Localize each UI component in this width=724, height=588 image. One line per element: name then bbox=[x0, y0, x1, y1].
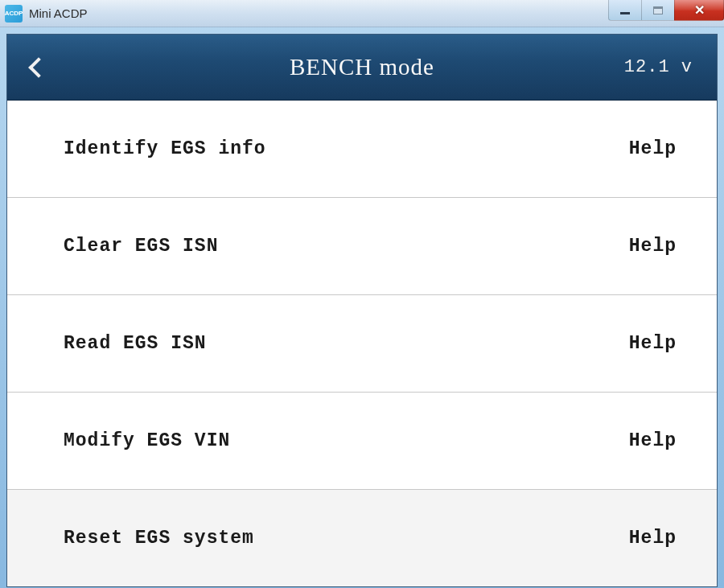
minimize-icon bbox=[620, 11, 630, 14]
close-icon: ✕ bbox=[694, 2, 705, 18]
close-button[interactable]: ✕ bbox=[674, 0, 724, 21]
menu-item-clear-egs-isn[interactable]: Clear EGS ISN Help bbox=[7, 198, 717, 295]
menu-item-reset-egs-system[interactable]: Reset EGS system Help bbox=[7, 490, 717, 587]
help-button[interactable]: Help bbox=[629, 528, 677, 549]
help-button[interactable]: Help bbox=[629, 333, 677, 354]
app-icon: ACDP bbox=[5, 5, 23, 23]
menu-item-label: Read EGS ISN bbox=[64, 333, 207, 354]
back-button[interactable] bbox=[31, 60, 56, 75]
chevron-left-icon bbox=[28, 57, 48, 77]
minimize-button[interactable] bbox=[608, 0, 642, 21]
page-title: BENCH mode bbox=[290, 54, 434, 80]
menu-item-label: Modify EGS VIN bbox=[64, 430, 230, 451]
menu-item-label: Reset EGS system bbox=[64, 528, 254, 549]
help-button[interactable]: Help bbox=[629, 138, 677, 159]
menu-list: Identify EGS info Help Clear EGS ISN Hel… bbox=[7, 101, 717, 587]
menu-item-identify-egs-info[interactable]: Identify EGS info Help bbox=[7, 101, 717, 198]
voltage-indicator: 12.1 v bbox=[624, 57, 693, 77]
maximize-button[interactable] bbox=[641, 0, 675, 21]
window-controls: ✕ bbox=[609, 0, 724, 21]
window-title: Mini ACDP bbox=[29, 6, 88, 20]
menu-item-read-egs-isn[interactable]: Read EGS ISN Help bbox=[7, 295, 717, 393]
app-header: BENCH mode 12.1 v bbox=[7, 35, 717, 101]
menu-item-modify-egs-vin[interactable]: Modify EGS VIN Help bbox=[7, 393, 717, 490]
app-frame: BENCH mode 12.1 v Identify EGS info Help… bbox=[6, 34, 718, 587]
menu-item-label: Clear EGS ISN bbox=[64, 236, 218, 257]
menu-item-label: Identify EGS info bbox=[64, 138, 266, 159]
help-button[interactable]: Help bbox=[629, 430, 677, 451]
help-button[interactable]: Help bbox=[629, 236, 677, 257]
maximize-icon bbox=[653, 6, 663, 14]
window-titlebar: ACDP Mini ACDP ✕ bbox=[0, 0, 724, 27]
